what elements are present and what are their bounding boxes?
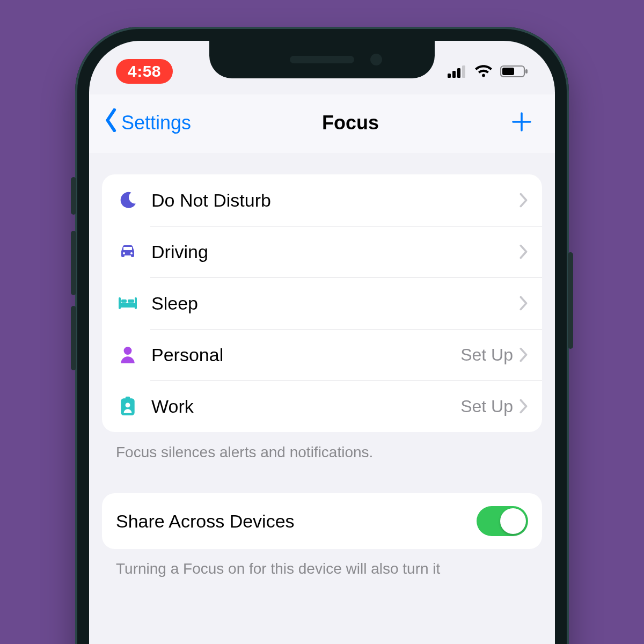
- toggle-knob: [500, 508, 526, 534]
- share-group: Share Across Devices: [102, 493, 542, 549]
- svg-point-15: [124, 347, 132, 355]
- chevron-right-icon: [519, 193, 528, 208]
- svg-point-18: [126, 402, 130, 407]
- back-button[interactable]: Settings: [104, 108, 191, 137]
- share-footer-note: Turning a Focus on for this device will …: [102, 549, 542, 579]
- svg-rect-1: [452, 71, 456, 78]
- svg-rect-17: [126, 397, 130, 400]
- svg-rect-0: [448, 74, 451, 78]
- add-button[interactable]: [510, 109, 533, 136]
- page-title: Focus: [322, 112, 379, 134]
- focus-modes-group: Do Not Disturb Driving: [102, 174, 542, 432]
- chevron-right-icon: [519, 296, 528, 311]
- wifi-icon: [474, 65, 493, 78]
- group-footer-note: Focus silences alerts and notifications.: [102, 432, 542, 461]
- focus-row-trailing: Set Up: [460, 397, 519, 416]
- focus-row-personal[interactable]: Personal Set Up: [102, 329, 542, 380]
- svg-point-8: [130, 252, 133, 254]
- chevron-right-icon: [519, 399, 528, 414]
- svg-rect-13: [121, 299, 127, 303]
- volume-down-button: [71, 306, 76, 370]
- svg-rect-5: [502, 68, 514, 75]
- focus-row-dnd[interactable]: Do Not Disturb: [102, 174, 542, 226]
- share-label: Share Across Devices: [116, 511, 295, 532]
- back-label: Settings: [121, 112, 191, 134]
- phone-frame: 4:58: [75, 27, 569, 644]
- cellular-icon: [448, 65, 467, 78]
- focus-row-trailing: Set Up: [460, 345, 519, 365]
- person-icon: [116, 346, 140, 364]
- svg-rect-14: [128, 299, 134, 303]
- focus-row-label: Do Not Disturb: [140, 190, 513, 211]
- status-icons: [448, 65, 528, 78]
- focus-row-work[interactable]: Work Set Up: [102, 380, 542, 432]
- focus-row-label: Work: [140, 396, 460, 417]
- chevron-right-icon: [519, 244, 528, 259]
- svg-rect-9: [123, 247, 132, 250]
- svg-rect-6: [525, 69, 528, 74]
- bed-icon: [116, 296, 140, 310]
- share-toggle[interactable]: [477, 506, 528, 536]
- content: Do Not Disturb Driving: [89, 153, 555, 579]
- focus-row-label: Sleep: [140, 293, 513, 314]
- volume-up-button: [71, 231, 76, 295]
- chevron-left-icon: [104, 108, 119, 137]
- focus-row-driving[interactable]: Driving: [102, 226, 542, 277]
- focus-row-label: Personal: [140, 345, 460, 365]
- moon-icon: [116, 191, 140, 209]
- svg-rect-12: [119, 303, 137, 308]
- notch: [209, 41, 435, 78]
- side-button: [71, 177, 76, 215]
- focus-row-sleep[interactable]: Sleep: [102, 277, 542, 329]
- power-button: [568, 252, 573, 349]
- share-across-devices-row: Share Across Devices: [102, 493, 542, 549]
- badge-icon: [116, 397, 140, 416]
- svg-point-7: [123, 252, 125, 254]
- chevron-right-icon: [519, 347, 528, 362]
- nav-bar: Settings Focus: [89, 94, 555, 153]
- recording-time-pill[interactable]: 4:58: [116, 59, 173, 84]
- car-icon: [116, 244, 140, 260]
- screen: 4:58: [89, 41, 555, 644]
- svg-rect-2: [457, 68, 460, 78]
- focus-row-label: Driving: [140, 241, 513, 262]
- battery-icon: [500, 65, 528, 78]
- svg-rect-3: [462, 65, 465, 78]
